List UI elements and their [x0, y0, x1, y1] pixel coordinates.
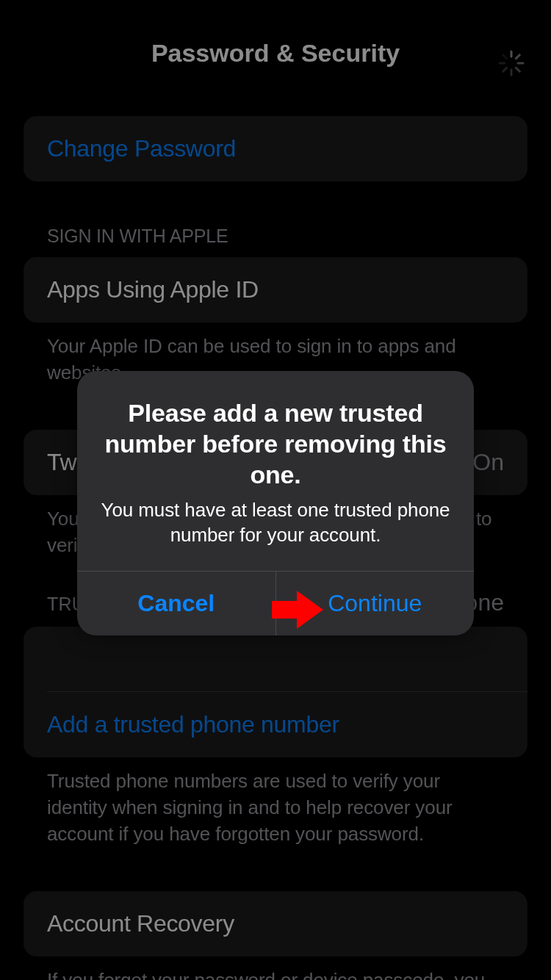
trusted-number-row[interactable]	[24, 627, 527, 691]
apps-using-apple-id-label: Apps Using Apple ID	[47, 276, 259, 303]
loading-spinner-icon	[497, 48, 526, 78]
apps-using-apple-id-row[interactable]: Apps Using Apple ID	[24, 257, 527, 323]
signin-group: SIGN IN WITH APPLE Apps Using Apple ID Y…	[24, 226, 527, 386]
two-factor-value: On	[472, 449, 504, 476]
change-password-label: Change Password	[47, 135, 236, 162]
svg-line-1	[516, 55, 519, 59]
change-password-group: Change Password	[24, 116, 527, 181]
account-recovery-label: Account Recovery	[47, 910, 234, 937]
alert-title: Please add a new trusted number before r…	[98, 397, 453, 490]
alert-buttons: Cancel Continue	[77, 571, 474, 635]
recovery-footer: If you forget your password or device pa…	[47, 967, 504, 980]
add-trusted-number-row[interactable]: Add a trusted phone number	[24, 692, 527, 757]
recovery-group: Account Recovery If you forget your pass…	[24, 891, 527, 980]
alert-body: Please add a new trusted number before r…	[77, 371, 474, 571]
add-trusted-number-label: Add a trusted phone number	[47, 711, 339, 738]
svg-line-5	[503, 68, 507, 71]
page-title: Password & Security	[151, 39, 400, 68]
nav-bar: Password & Security	[0, 0, 551, 66]
cancel-button[interactable]: Cancel	[77, 572, 276, 635]
svg-line-7	[503, 55, 507, 59]
svg-line-3	[516, 68, 519, 71]
trusted-cell-group: Add a trusted phone number	[24, 627, 527, 757]
account-recovery-row[interactable]: Account Recovery	[24, 891, 527, 956]
alert-dialog: Please add a new trusted number before r…	[77, 371, 474, 635]
continue-button[interactable]: Continue	[276, 572, 475, 635]
signin-section-header: SIGN IN WITH APPLE	[47, 226, 527, 247]
trusted-footer: Trusted phone numbers are used to verify…	[47, 768, 504, 847]
change-password-row[interactable]: Change Password	[24, 116, 527, 181]
alert-message: You must have at least one trusted phone…	[98, 497, 453, 547]
password-security-screen: Password & Security Change Password	[0, 0, 551, 980]
